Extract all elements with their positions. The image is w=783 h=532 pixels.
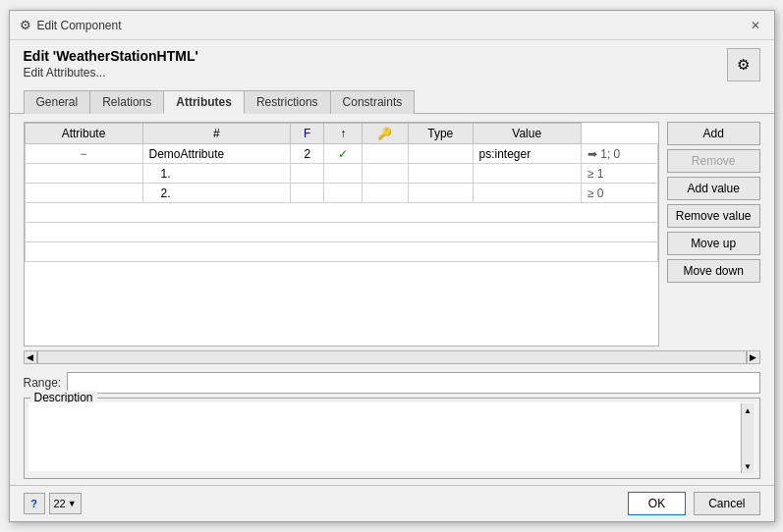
add-button[interactable]: Add xyxy=(667,122,760,145)
move-down-button[interactable]: Move down xyxy=(667,259,760,283)
remove-value-button[interactable]: Remove value xyxy=(667,204,760,228)
tab-general[interactable]: General xyxy=(24,90,91,114)
row-flag-up xyxy=(362,164,408,184)
horizontal-scrollbar: ◀ ▶ xyxy=(24,348,760,366)
row-expand[interactable]: − xyxy=(25,144,142,164)
ok-button[interactable]: OK xyxy=(628,492,686,515)
row-flag-f xyxy=(324,164,363,184)
row-attribute: 1. xyxy=(142,164,291,184)
tabs-container: General Relations Attributes Restriction… xyxy=(10,81,774,113)
row-expand xyxy=(25,164,142,184)
content-area: Attribute # F ↑ 🔑 Type Value − DemoAttr xyxy=(10,113,774,485)
title-bar: ⚙ Edit Component ✕ xyxy=(10,11,774,40)
main-content: Attribute # F ↑ 🔑 Type Value − DemoAttr xyxy=(24,114,760,346)
footer-right: OK Cancel xyxy=(628,492,760,515)
edit-subtitle: Edit Attributes... xyxy=(24,66,198,80)
row-value: ≥ 1 xyxy=(581,164,657,184)
table-row-empty xyxy=(25,242,657,262)
debug-button[interactable]: 22 ▼ xyxy=(49,493,82,514)
row-attribute: DemoAttribute xyxy=(142,144,291,164)
dialog-icon: ⚙ xyxy=(20,18,31,32)
table-row-empty xyxy=(25,223,657,242)
table-row[interactable]: − DemoAttribute 2 ✓ ps:integer ➡ 1; 0 xyxy=(25,144,657,164)
tab-restrictions[interactable]: Restrictions xyxy=(244,90,331,114)
col-key: 🔑 xyxy=(362,124,408,144)
scroll-track[interactable] xyxy=(37,350,747,364)
tab-constraints[interactable]: Constraints xyxy=(330,90,416,114)
title-bar-left: ⚙ Edit Component xyxy=(20,18,122,32)
col-f: F xyxy=(291,124,324,144)
scroll-left-arrow[interactable]: ◀ xyxy=(24,350,37,364)
scroll-down-arrow[interactable]: ▼ xyxy=(741,459,755,473)
row-value: ≥ 0 xyxy=(581,184,657,203)
row-count xyxy=(291,164,324,184)
remove-button[interactable]: Remove xyxy=(667,149,760,173)
description-wrapper: ▲ ▼ xyxy=(28,402,755,474)
row-flag-up xyxy=(362,144,408,164)
row-type: ps:integer xyxy=(473,144,581,164)
col-type: Type xyxy=(408,124,473,144)
row-flag-f: ✓ xyxy=(324,144,363,164)
range-label: Range: xyxy=(24,376,62,390)
row-flag-up xyxy=(362,184,408,203)
row-flag-key xyxy=(408,184,473,203)
dialog-header: Edit 'WeatherStationHTML' Edit Attribute… xyxy=(24,48,198,80)
table-row-empty xyxy=(25,203,657,223)
attributes-table: Attribute # F ↑ 🔑 Type Value − DemoAttr xyxy=(25,123,658,262)
help-button[interactable]: ? xyxy=(24,493,45,514)
row-flag-f xyxy=(324,184,363,203)
row-expand xyxy=(25,184,142,203)
row-type xyxy=(473,164,581,184)
dialog-title: Edit Component xyxy=(37,19,122,32)
close-icon[interactable]: ✕ xyxy=(747,17,764,34)
table-row[interactable]: 1. ≥ 1 xyxy=(25,164,657,184)
description-textarea[interactable] xyxy=(28,402,755,471)
add-value-button[interactable]: Add value xyxy=(667,177,760,200)
scroll-up-arrow[interactable]: ▲ xyxy=(741,403,755,417)
description-scrollbar: ▲ ▼ xyxy=(741,403,755,473)
row-value: ➡ 1; 0 xyxy=(581,144,657,164)
tab-attributes[interactable]: Attributes xyxy=(163,90,245,114)
edit-title: Edit 'WeatherStationHTML' xyxy=(24,48,198,64)
footer-left: ? 22 ▼ xyxy=(24,493,82,514)
cancel-button[interactable]: Cancel xyxy=(694,492,759,515)
edit-component-dialog: ⚙ Edit Component ✕ Edit 'WeatherStationH… xyxy=(9,10,775,522)
col-attribute: Attribute xyxy=(25,124,142,144)
col-value: Value xyxy=(473,124,581,144)
debug-dropdown-icon[interactable]: ▼ xyxy=(68,499,77,508)
row-flag-key xyxy=(408,144,473,164)
col-up: ↑ xyxy=(324,124,363,144)
scroll-right-arrow[interactable]: ▶ xyxy=(747,350,760,364)
row-count: 2 xyxy=(291,144,324,164)
row-count xyxy=(291,184,324,203)
range-input[interactable] xyxy=(67,372,759,394)
row-flag-key xyxy=(408,164,473,184)
debug-label: 22 xyxy=(54,498,66,509)
component-icon-box: ⚙ xyxy=(727,48,760,81)
attributes-table-container: Attribute # F ↑ 🔑 Type Value − DemoAttr xyxy=(24,122,659,346)
button-panel: Add Remove Add value Remove value Move u… xyxy=(667,122,760,346)
row-attribute: 2. xyxy=(142,184,291,203)
table-row[interactable]: 2. ≥ 0 xyxy=(25,184,657,203)
tab-relations[interactable]: Relations xyxy=(89,90,164,114)
range-row: Range: xyxy=(24,366,760,398)
move-up-button[interactable]: Move up xyxy=(667,232,760,255)
row-type xyxy=(473,184,581,203)
col-count: # xyxy=(142,124,291,144)
description-group: Description ▲ ▼ xyxy=(24,398,760,479)
footer: ? 22 ▼ OK Cancel xyxy=(10,485,774,521)
